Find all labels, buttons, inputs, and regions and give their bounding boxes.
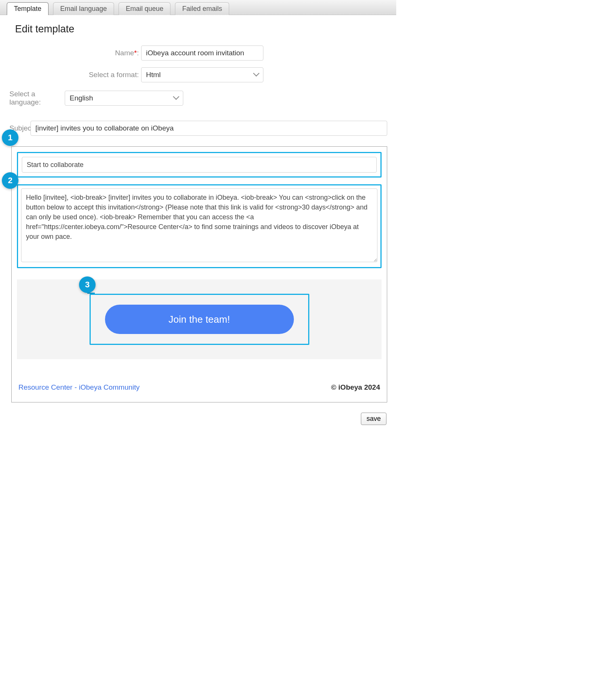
- name-label-text: Name: [115, 49, 134, 57]
- format-value: Html: [146, 71, 161, 79]
- body-highlight-box: [17, 184, 382, 268]
- annotation-badge-1: 1: [2, 129, 18, 146]
- footer-links: Resource Center - iObeya Community: [18, 383, 140, 392]
- editor-frame: Join the team! Resource Center - iObeya …: [11, 146, 387, 402]
- name-input[interactable]: [141, 46, 263, 61]
- resource-center-link[interactable]: Resource Center: [18, 383, 73, 391]
- save-button[interactable]: save: [361, 413, 386, 425]
- name-colon: :: [137, 49, 139, 57]
- name-label: Name*:: [15, 49, 141, 57]
- format-label: Select a format:: [15, 71, 141, 79]
- community-link[interactable]: iObeya Community: [79, 383, 140, 391]
- required-asterisk: *: [134, 49, 137, 57]
- cta-highlight-box: Join the team!: [90, 294, 309, 345]
- editor-footer: Resource Center - iObeya Community © iOb…: [18, 383, 380, 392]
- field-row-subject: Subject:: [15, 121, 387, 136]
- chevron-down-icon: [174, 94, 178, 102]
- email-title-input[interactable]: [22, 157, 377, 173]
- field-row-language: Select a language: English: [15, 90, 387, 106]
- chevron-down-icon: [254, 71, 259, 79]
- cta-panel: Join the team!: [17, 279, 382, 359]
- tab-failed-emails[interactable]: Failed emails: [175, 2, 229, 15]
- annotation-badge-2: 2: [2, 172, 18, 189]
- language-label: Select a language:: [9, 90, 65, 106]
- subject-input[interactable]: [30, 121, 387, 136]
- title-highlight-box: [17, 152, 382, 178]
- language-value: English: [70, 94, 93, 102]
- footer-separator: -: [73, 383, 79, 391]
- page-title: Edit template: [15, 23, 387, 35]
- tab-email-queue[interactable]: Email queue: [119, 2, 170, 15]
- tab-email-language[interactable]: Email language: [53, 2, 114, 15]
- page-root: 1 2 3 Template Email language Email queu…: [0, 0, 396, 429]
- content-area: Edit template Name*: Select a format: Ht…: [0, 15, 396, 402]
- email-body-textarea[interactable]: [21, 188, 377, 262]
- tab-bar: Template Email language Email queue Fail…: [0, 0, 396, 15]
- language-select[interactable]: English: [65, 91, 183, 106]
- copyright-text: © iObeya 2024: [331, 383, 380, 392]
- field-row-format: Select a format: Html: [15, 67, 387, 82]
- join-button[interactable]: Join the team!: [105, 305, 294, 334]
- annotation-badge-3: 3: [79, 276, 96, 293]
- format-select[interactable]: Html: [141, 67, 263, 82]
- tab-template[interactable]: Template: [7, 2, 49, 15]
- save-area: save: [361, 413, 386, 425]
- field-row-name: Name*:: [15, 46, 387, 61]
